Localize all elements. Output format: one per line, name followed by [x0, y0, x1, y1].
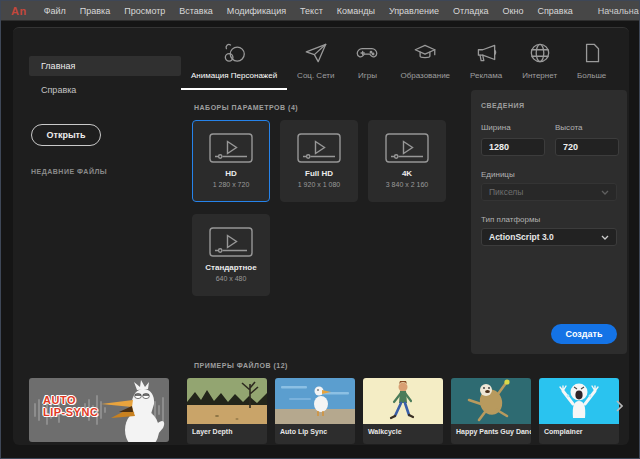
platform-select[interactable]: ActionScript 3.0 [481, 228, 617, 246]
samples-scroll-right-button[interactable] [616, 400, 623, 414]
app-logo: An [11, 5, 27, 17]
layer-depth-art [187, 378, 267, 424]
preset-full-hd[interactable]: Full HD 1 920 x 1 080 [280, 120, 358, 202]
chevron-right-icon [616, 400, 623, 412]
tab-label: Соц. Сети [297, 71, 334, 80]
workspace-label: Начальная [598, 6, 640, 16]
sidebar-item-home[interactable]: Главная [29, 56, 181, 76]
preset-name: HD [225, 169, 237, 178]
walkcycle-art [363, 378, 443, 424]
platform-value: ActionScript 3.0 [489, 232, 554, 242]
recent-files-label: НЕДАВНИЕ ФАЙЛЫ [31, 168, 107, 175]
workspace-switcher[interactable]: Начальная [592, 6, 640, 16]
units-select[interactable]: Пикселы [481, 183, 617, 201]
preset-name: Full HD [305, 169, 333, 178]
menu-file[interactable]: Файл [37, 1, 73, 21]
tab-label: Анимация Персонажей [191, 71, 277, 80]
tab-label: Реклама [470, 71, 502, 80]
tab-label: Образование [400, 71, 450, 80]
promo-text: AUTO LIP-SYNC [43, 394, 98, 418]
characters-icon [221, 40, 247, 66]
open-button[interactable]: Открыть [31, 124, 101, 146]
promo-thumbnail-auto-lip-sync[interactable]: AUTO LIP-SYNC [29, 378, 169, 442]
menu-window[interactable]: Окно [496, 1, 531, 21]
happy-pants-guy-art [451, 378, 531, 424]
tab-web[interactable]: Интернет [512, 34, 567, 90]
details-panel: СВЕДЕНИЯ Ширина Высота Единицы Пикселы Т… [471, 90, 627, 354]
gamepad-icon [354, 40, 380, 66]
sample-label: Walkcycle [363, 424, 443, 435]
sample-label: Complainer [539, 424, 619, 435]
sample-label: Happy Pants Guy Dance [451, 424, 531, 435]
create-button[interactable]: Создать [551, 324, 617, 344]
menu-edit[interactable]: Правка [73, 1, 117, 21]
menu-commands[interactable]: Команды [330, 1, 382, 21]
sample-label: Layer Depth [187, 424, 267, 435]
samples-section-label: ПРИМЕРЫ ФАЙЛОВ (12) [194, 362, 288, 369]
units-label: Единицы [481, 170, 617, 179]
menu-control[interactable]: Управление [382, 1, 446, 21]
sample-happy-pants-guy-dance[interactable]: Happy Pants Guy Dance [451, 378, 531, 444]
units-value: Пикселы [489, 187, 523, 197]
tab-games[interactable]: Игры [344, 34, 390, 90]
paper-plane-icon [303, 40, 329, 66]
menu-debug[interactable]: Отладка [446, 1, 496, 21]
sample-label: Auto Lip Sync [275, 424, 355, 435]
animate-welcome-window: An Файл Правка Просмотр Вставка Модифика… [0, 0, 640, 459]
menu-help[interactable]: Справка [530, 1, 579, 21]
preset-size: 1 280 x 720 [213, 181, 250, 188]
sample-layer-depth[interactable]: Layer Depth [187, 378, 267, 444]
preset-4k[interactable]: 4K 3 840 x 2 160 [368, 120, 446, 202]
preset-size: 640 x 480 [216, 275, 247, 282]
height-input[interactable] [555, 138, 619, 156]
auto-lip-sync-art [275, 378, 355, 424]
width-label: Ширина [481, 123, 545, 132]
chevron-down-icon [601, 235, 609, 240]
complainer-art [539, 378, 619, 424]
platform-label: Тип платформы [481, 215, 617, 224]
width-input[interactable] [481, 138, 545, 156]
tab-character-animation[interactable]: Анимация Персонажей [181, 34, 287, 90]
video-preset-icon [209, 227, 253, 257]
tab-more[interactable]: Больше [567, 34, 616, 90]
height-label: Высота [555, 123, 619, 132]
sample-walkcycle[interactable]: Walkcycle [363, 378, 443, 444]
globe-icon [527, 40, 553, 66]
sample-complainer[interactable]: Complainer [539, 378, 619, 444]
sidebar-item-help[interactable]: Справка [29, 80, 181, 100]
preset-hd[interactable]: HD 1 280 x 720 [192, 120, 270, 202]
tab-label: Игры [358, 71, 377, 80]
video-preset-icon [209, 133, 253, 163]
welcome-content: Главная Справка Открыть НЕДАВНИЕ ФАЙЛЫ А… [13, 27, 629, 445]
menu-insert[interactable]: Вставка [172, 1, 219, 21]
video-preset-icon [385, 133, 429, 163]
category-tabs: Анимация Персонажей Соц. Сети Игры О [181, 34, 616, 92]
chevron-down-icon [601, 190, 609, 195]
tab-label: Больше [577, 71, 606, 80]
document-icon [579, 40, 605, 66]
menu-bar: An Файл Правка Просмотр Вставка Модифика… [1, 1, 639, 21]
presets-section-label: НАБОРЫ ПАРАМЕТРОВ (4) [194, 104, 298, 111]
preset-size: 3 840 x 2 160 [386, 181, 428, 188]
menu-view[interactable]: Просмотр [117, 1, 172, 21]
megaphone-icon [473, 40, 499, 66]
menu-text[interactable]: Текст [293, 1, 330, 21]
tab-ads[interactable]: Реклама [460, 34, 512, 90]
menu-modify[interactable]: Модификация [220, 1, 293, 21]
preset-name: Стандартное [205, 263, 256, 272]
preset-name: 4K [402, 169, 412, 178]
video-preset-icon [297, 133, 341, 163]
preset-size: 1 920 x 1 080 [298, 181, 340, 188]
sample-auto-lip-sync[interactable]: Auto Lip Sync [275, 378, 355, 444]
details-section-label: СВЕДЕНИЯ [481, 102, 617, 109]
preset-standard[interactable]: Стандартное 640 x 480 [192, 214, 270, 296]
tab-social[interactable]: Соц. Сети [287, 34, 344, 90]
tab-label: Интернет [522, 71, 557, 80]
graduation-cap-icon [412, 40, 438, 66]
tab-education[interactable]: Образование [390, 34, 460, 90]
